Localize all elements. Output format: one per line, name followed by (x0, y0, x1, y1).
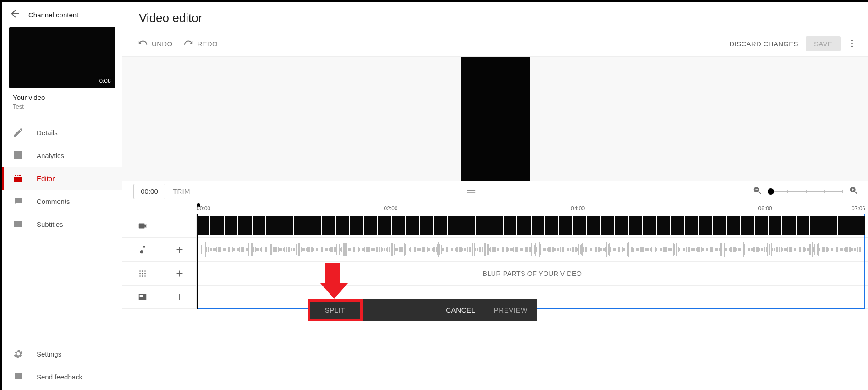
trim-button[interactable]: TRIM (173, 187, 190, 195)
waveform-bar (736, 248, 737, 252)
waveform-bar (576, 247, 577, 251)
video-thumbnail[interactable]: 0:08 (9, 27, 115, 88)
waveform-bar (358, 247, 359, 252)
waveform-bar (630, 243, 631, 256)
drag-handle-icon[interactable] (466, 189, 476, 194)
waveform-bar (460, 247, 461, 252)
waveform-bar (485, 243, 486, 256)
waveform-bar (807, 248, 808, 251)
waveform-bar (734, 247, 735, 252)
waveform-bar (720, 243, 721, 255)
sidebar-item-subtitles[interactable]: Subtitles (2, 213, 122, 236)
preview-frame[interactable] (461, 57, 530, 181)
waveform-bar (367, 247, 368, 252)
waveform-bar (498, 248, 499, 251)
waveform-bar (462, 248, 463, 251)
waveform-bar (215, 248, 216, 252)
waveform-bar (679, 248, 680, 252)
waveform-bar (304, 248, 305, 250)
video-track-body[interactable] (197, 214, 868, 237)
audio-track-body[interactable] (197, 238, 868, 261)
waveform-bar (813, 247, 814, 252)
waveform-bar (238, 248, 239, 252)
waveform-bar (399, 247, 400, 251)
add-endscreen-button[interactable] (163, 286, 197, 308)
waveform-bar (669, 248, 670, 251)
waveform-bar (477, 248, 478, 251)
zoom-in-icon (849, 186, 859, 196)
waveform-bar (552, 247, 553, 252)
waveform-bar (263, 247, 264, 252)
sidebar-item-analytics[interactable]: Analytics (2, 144, 122, 167)
waveform-bar (478, 248, 479, 251)
waveform-bar (819, 248, 820, 251)
sidebar-item-editor[interactable]: Editor (2, 167, 122, 190)
zoom-out-button[interactable] (753, 186, 763, 198)
back-arrow-icon[interactable] (9, 8, 21, 22)
waveform-bar (707, 248, 708, 252)
sidebar-item-comments[interactable]: Comments (2, 190, 122, 213)
discard-button[interactable]: DISCARD CHANGES (730, 40, 798, 48)
waveform-bar (681, 248, 681, 251)
waveform-bar (608, 244, 609, 255)
waveform-bar (382, 248, 383, 251)
sidebar-item-settings[interactable]: Settings (2, 342, 122, 365)
waveform-bar (363, 248, 364, 251)
more-menu-button[interactable] (846, 38, 858, 49)
plus-icon (175, 292, 185, 302)
sidebar-item-details[interactable]: Details (2, 121, 122, 144)
waveform-bar (715, 248, 716, 251)
preview-button[interactable]: PREVIEW (485, 306, 537, 314)
add-blur-button[interactable] (163, 262, 197, 285)
waveform-bar (826, 247, 827, 252)
waveform-bar (703, 248, 704, 251)
waveform-bar (660, 248, 661, 251)
timeline-ruler[interactable]: 00:0002:0004:0006:0007:06 (197, 202, 865, 214)
waveform-bar (544, 248, 545, 251)
waveform-bar (260, 248, 261, 251)
waveform-bar (596, 247, 597, 252)
sidebar-item-label: Subtitles (37, 220, 63, 228)
video-frame (852, 216, 865, 235)
waveform-bar (641, 247, 642, 252)
video-frame (601, 216, 614, 235)
waveform-bar (506, 247, 507, 252)
video-frame (253, 216, 265, 235)
waveform-bar (789, 247, 790, 252)
waveform-bar (353, 247, 354, 251)
waveform-bar (234, 248, 235, 251)
waveform-bar (723, 243, 724, 256)
waveform-bar (472, 243, 472, 256)
blur-track-body[interactable]: BLUR PARTS OF YOUR VIDEO (197, 262, 868, 285)
waveform-bar (756, 247, 757, 252)
split-button[interactable]: SPLIT (308, 299, 363, 321)
waveform-bar (214, 248, 215, 251)
zoom-in-button[interactable] (849, 186, 859, 198)
zoom-slider[interactable] (769, 191, 842, 192)
waveform-bar (286, 247, 287, 252)
waveform-bar (293, 248, 294, 250)
waveform-bar (322, 247, 323, 252)
video-frame (461, 216, 474, 235)
waveform-bar (585, 247, 586, 252)
undo-button[interactable]: UNDO (138, 38, 172, 49)
waveform-bar (401, 247, 402, 252)
video-frame (280, 216, 293, 235)
waveform-bar (418, 248, 419, 251)
zoom-slider-knob[interactable] (768, 188, 774, 195)
add-audio-button[interactable] (163, 238, 197, 261)
sidebar-item-feedback[interactable]: Send feedback (2, 365, 122, 388)
current-time-input[interactable] (133, 184, 165, 199)
waveform-bar (531, 243, 532, 256)
waveform-bar (794, 248, 795, 251)
waveform-bar (572, 247, 573, 252)
sidebar-title[interactable]: Channel content (28, 11, 78, 19)
waveform-bar (374, 248, 375, 251)
waveform-bar (621, 247, 621, 252)
redo-button[interactable]: REDO (183, 38, 218, 49)
cancel-button[interactable]: CANCEL (437, 306, 484, 314)
waveform-bar (343, 243, 344, 256)
waveform-bar (306, 248, 307, 251)
save-button[interactable]: SAVE (806, 36, 841, 51)
waveform-bar (643, 247, 644, 252)
